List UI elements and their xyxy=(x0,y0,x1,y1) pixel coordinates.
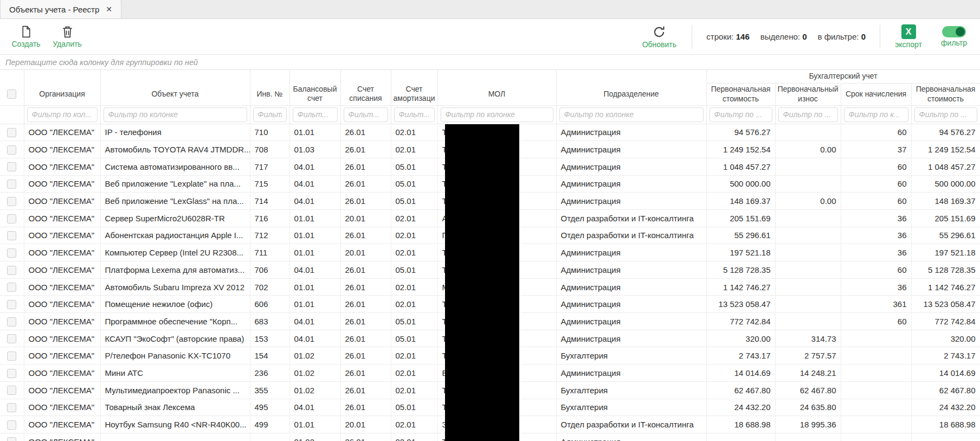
row-checkbox[interactable] xyxy=(7,128,16,137)
row-checkbox[interactable] xyxy=(7,248,16,258)
row-checkbox[interactable] xyxy=(7,180,16,189)
filter-input-balance-account[interactable] xyxy=(293,107,338,122)
group-by-bar[interactable]: Перетащите сюда колонку для группировки … xyxy=(0,55,980,70)
row-checkbox[interactable] xyxy=(7,197,16,206)
cell-initial_cost: 2 743.17 xyxy=(706,347,775,365)
refresh-icon xyxy=(652,25,666,39)
filter-input-department[interactable] xyxy=(559,107,704,122)
filter-input-object[interactable] xyxy=(104,107,247,122)
col-header-writeoff-account[interactable]: Счет списания xyxy=(340,83,391,105)
row-checkbox[interactable] xyxy=(7,437,16,441)
select-all-checkbox[interactable] xyxy=(7,90,16,99)
close-icon[interactable]: ✕ xyxy=(106,5,112,13)
col-header-initial-cost-2[interactable]: Первоначальная стоимость xyxy=(911,83,980,105)
filter-input-writeoff-account[interactable] xyxy=(344,107,388,122)
cell-accrual_term: 60 xyxy=(841,158,911,175)
cell-accrual_term: 36 xyxy=(841,278,911,296)
filter-input-inv-no[interactable] xyxy=(253,107,287,122)
cell-department: Администрация xyxy=(556,158,706,175)
cell-organization: ООО "ЛЕКСЕМА" xyxy=(24,175,100,193)
create-button[interactable]: Создать xyxy=(5,21,47,53)
col-header-accrual-term[interactable]: Срок начисления xyxy=(841,83,911,105)
cell-inv_no: 708 xyxy=(250,141,289,158)
cell-initial_cost xyxy=(706,433,775,441)
cell-initial_cost: 772 742.84 xyxy=(706,313,775,330)
tab-title: Объекты учета - Реестр xyxy=(9,5,99,14)
col-header-amortization-account[interactable]: Счет амортизаци xyxy=(391,83,437,105)
row-checkbox[interactable] xyxy=(7,369,16,378)
row-checkbox[interactable] xyxy=(7,266,16,275)
filter-input-mol[interactable] xyxy=(441,107,553,122)
cell-balance_account: 01.01 xyxy=(289,278,340,296)
row-checkbox[interactable] xyxy=(7,403,16,412)
cell-department: Бухгалтерия xyxy=(556,347,706,365)
filter-input-initial-cost-2[interactable] xyxy=(914,107,977,122)
cell-writeoff_account: 26.01 xyxy=(340,227,391,244)
row-checkbox[interactable] xyxy=(7,420,16,430)
cell-initial_cost_2: 18 688.98 xyxy=(911,416,980,433)
group-header-row: Бухгалтерский учет xyxy=(0,70,980,83)
refresh-button[interactable]: Обновить xyxy=(639,21,680,53)
col-header-balance-account[interactable]: Балансовый счет xyxy=(289,83,340,105)
cell-object: Абонентская радиостанция Apple I... xyxy=(100,227,250,244)
cell-inv_no: 702 xyxy=(250,278,289,296)
cell-accrual_term: 36 xyxy=(841,209,911,227)
row-checkbox[interactable] xyxy=(7,317,16,327)
row-checkbox[interactable] xyxy=(7,283,16,292)
filter-toggle-switch[interactable] xyxy=(942,26,966,37)
cell-organization: ООО "ЛЕКСЕМА" xyxy=(24,261,100,279)
selected-count-value: 0 xyxy=(802,32,807,41)
toolbar-right: Обновить строки: 146 выделено: 0 в фильт… xyxy=(639,21,975,53)
filter-input-amortization-account[interactable] xyxy=(394,107,435,122)
row-checkbox[interactable] xyxy=(7,334,16,343)
cell-balance_account: 04.01 xyxy=(289,399,340,416)
col-header-inv-no[interactable]: Инв. № xyxy=(250,83,289,105)
filter-toggle-button[interactable]: фильтр xyxy=(938,21,970,53)
cell-initial_cost: 5 128 728.35 xyxy=(706,261,775,279)
cell-accrual_term: 60 xyxy=(841,124,911,141)
cell-writeoff_account: 26.01 xyxy=(340,278,391,296)
cell-accrual_term: 60 xyxy=(841,193,911,210)
cell-balance_account: 04.01 xyxy=(289,313,340,330)
cell-organization: ООО "ЛЕКСЕМА" xyxy=(24,158,100,175)
col-header-object[interactable]: Объект учета xyxy=(100,83,250,105)
trash-icon xyxy=(61,25,74,39)
col-header-department[interactable]: Подразделение xyxy=(556,83,706,105)
cell-object: Сервер SuperMicro2U6028R-TR xyxy=(100,209,250,227)
row-checkbox[interactable] xyxy=(7,386,16,395)
row-checkbox[interactable] xyxy=(7,300,16,309)
row-checkbox[interactable] xyxy=(7,351,16,361)
row-checkbox-cell xyxy=(0,244,24,261)
cell-writeoff_account: 26.01 xyxy=(340,124,391,141)
cell-initial_cost: 1 142 746.27 xyxy=(706,278,775,296)
row-checkbox[interactable] xyxy=(7,145,16,155)
cell-amortization_account: 05.01 xyxy=(391,193,437,210)
col-header-initial-wear[interactable]: Первоначальный износ xyxy=(775,83,841,105)
filter-input-initial-cost[interactable] xyxy=(710,107,772,122)
cell-inv_no: 154 xyxy=(250,347,289,365)
cell-object: Автомобиль Subaru Impreza XV 2012 xyxy=(100,278,250,296)
row-checkbox[interactable] xyxy=(7,231,16,240)
cell-inv_no: 717 xyxy=(250,158,289,175)
filter-input-organization[interactable] xyxy=(27,107,98,122)
export-button[interactable]: X экспорт xyxy=(893,21,924,53)
cell-accrual_term xyxy=(841,399,911,416)
col-header-mol[interactable]: МОЛ xyxy=(437,83,556,105)
row-checkbox[interactable] xyxy=(7,214,16,223)
col-header-initial-cost[interactable]: Первоначальная стоимость xyxy=(706,83,775,105)
cell-initial_wear: 62 467.80 xyxy=(775,381,841,399)
cell-writeoff_account: 26.01 xyxy=(340,261,391,279)
col-header-organization[interactable]: Организация xyxy=(24,83,100,105)
cell-amortization_account: 02.01 xyxy=(391,141,437,158)
cell-amortization_account: 02.01 xyxy=(391,416,437,433)
row-checkbox-cell xyxy=(0,158,24,175)
delete-button[interactable]: Удалить xyxy=(47,21,88,53)
row-checkbox-cell xyxy=(0,175,24,193)
tab-objects-registry[interactable]: Объекты учета - Реестр ✕ xyxy=(0,0,121,18)
cell-accrual_term xyxy=(841,330,911,347)
cell-writeoff_account: 26.01 xyxy=(340,433,391,441)
row-checkbox[interactable] xyxy=(7,162,16,171)
filter-input-initial-wear[interactable] xyxy=(778,107,838,122)
cell-balance_account: 01.03 xyxy=(289,141,340,158)
filter-input-accrual-term[interactable] xyxy=(844,107,908,122)
